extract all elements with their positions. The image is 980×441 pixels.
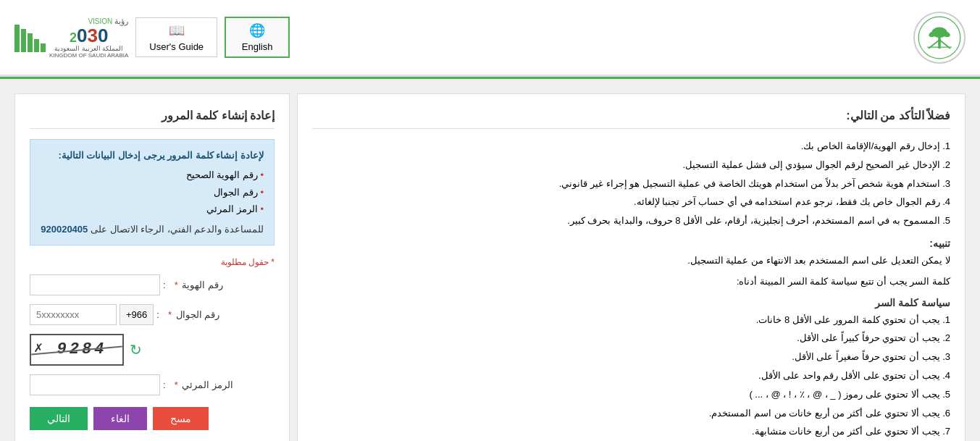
page-title: إعادة إنشاء كلمة المرور bbox=[30, 109, 275, 129]
mobile-number-group: رقم الجوال * : +966 bbox=[30, 304, 275, 325]
captcha-group: ↻ ✗ 9284 bbox=[30, 334, 275, 366]
vision-year: 2030 bbox=[49, 26, 128, 45]
mobile-colon: : bbox=[156, 309, 159, 320]
header-left bbox=[913, 12, 966, 64]
list-item: 4. يجب أن تحتوي على الأقل رقم واحد على ا… bbox=[312, 369, 950, 384]
header: 🌐 English 📖 User's Guide VISION رؤية 203… bbox=[0, 0, 980, 77]
policy-title: سياسة كلمة السر bbox=[312, 297, 950, 308]
list-item: 1. إدخال رقم الهوية/الإقامة الخاص بك. bbox=[312, 139, 950, 154]
warning-title: تنبيه: bbox=[312, 238, 950, 249]
id-colon: : bbox=[163, 280, 166, 290]
english-language-button[interactable]: 🌐 English bbox=[225, 17, 290, 58]
cancel-button[interactable]: الغاء bbox=[93, 407, 147, 430]
info-box: لإعادة إنشاء كلمة المرور يرجى إدخال البي… bbox=[30, 139, 275, 245]
mobile-label: رقم الجوال * bbox=[168, 309, 219, 320]
instructions-title: فضلاً التأكد من التالي: bbox=[312, 109, 950, 129]
info-box-title: لإعادة إنشاء كلمة المرور يرجى إدخال البي… bbox=[41, 147, 264, 164]
vision-2030-logo: VISION رؤية 2030 المملكة العربية السعودي… bbox=[14, 17, 128, 59]
captcha-value: 9284 bbox=[57, 340, 107, 358]
captcha-input[interactable] bbox=[30, 374, 160, 395]
lang-button-label: English bbox=[242, 41, 273, 52]
phone-input-group: +966 bbox=[30, 304, 154, 325]
kingdom-en-label: KINGDOM OF SAUDI ARABIA bbox=[49, 52, 128, 59]
list-item: 6. يجب ألا تحتوي على أكثر من أربع خانات … bbox=[312, 406, 950, 421]
list-item: 2. يجب أن تحتوي حرفاً كبيراً على الأقل. bbox=[312, 331, 950, 346]
clear-button[interactable]: مسح bbox=[153, 407, 209, 430]
id-number-input[interactable] bbox=[30, 274, 160, 295]
captcha-input-group: الرمز المرئي * : bbox=[30, 374, 275, 395]
book-icon: 📖 bbox=[169, 22, 185, 38]
list-item: 5. يجب ألا تحتوي على رموز ( _ ، @ ، ٪ ، … bbox=[312, 387, 950, 403]
main-content: فضلاً التأكد من التالي: 1. إدخال رقم اله… bbox=[0, 79, 980, 441]
policy-list: 1. يجب أن تحتوي كلمة المرور على الأقل 8 … bbox=[312, 313, 950, 440]
list-item: 5. المسموح به في اسم المستخدم، أحرف إنجل… bbox=[312, 214, 950, 229]
support-text: للمساعدة والدعم الفني، الرجاء الاتصال عل… bbox=[41, 221, 264, 238]
users-guide-button[interactable]: 📖 User's Guide bbox=[135, 17, 217, 57]
captcha-x-mark: ✗ bbox=[34, 338, 46, 356]
info-item: رقم الجوال bbox=[41, 184, 264, 201]
form-panel: إعادة إنشاء كلمة المرور لإعادة إنشاء كلم… bbox=[14, 93, 290, 441]
captcha-image: ✗ 9284 bbox=[30, 334, 124, 366]
captcha-required-star: * bbox=[175, 379, 178, 390]
instructions-list: 1. إدخال رقم الهوية/الإقامة الخاص بك. 2.… bbox=[312, 139, 950, 229]
guide-button-label: User's Guide bbox=[149, 41, 204, 52]
captcha-label: الرمز المرئي * bbox=[175, 379, 233, 390]
list-item: 4. رقم الجوال خاص بك فقط، نرجو عدم استخد… bbox=[312, 195, 950, 210]
list-item: 7. يجب ألا تحتوي على أكثر من أربع خانات … bbox=[312, 424, 950, 440]
mobile-required-star: * bbox=[168, 309, 172, 320]
captcha-colon: : bbox=[163, 379, 166, 390]
list-item: 1. يجب أن تحتوي كلمة المرور على الأقل 8 … bbox=[312, 313, 950, 328]
globe-icon: 🌐 bbox=[249, 22, 265, 38]
phone-prefix: +966 bbox=[120, 304, 154, 325]
info-item: رقم الهوية الصحيح bbox=[41, 167, 264, 183]
kingdom-label: المملكة العربية السعودية bbox=[49, 45, 128, 52]
id-label: رقم الهوية * bbox=[175, 280, 223, 290]
required-note: * حقول مطلوبة bbox=[30, 257, 275, 267]
list-item: 2. الإدخال غير الصحيح لرقم الجوال سيؤدي … bbox=[312, 158, 950, 173]
next-button[interactable]: التالي bbox=[30, 407, 88, 430]
mobile-number-input[interactable] bbox=[30, 304, 117, 325]
list-item: 3. استخدام هوية شخص آخر بدلاً من استخدام… bbox=[312, 177, 950, 192]
captcha-refresh-icon[interactable]: ↻ bbox=[130, 341, 142, 358]
vision-bars-icon bbox=[14, 23, 46, 52]
saudi-emblem-logo bbox=[913, 12, 966, 64]
info-items-list: رقم الهوية الصحيح رقم الجوال الرمز المرئ… bbox=[41, 167, 264, 217]
list-item: 3. يجب أن تحتوي حرفاً صغيراً على الأقل. bbox=[312, 350, 950, 365]
info-item: الرمز المرئي bbox=[41, 201, 264, 217]
header-right: 🌐 English 📖 User's Guide VISION رؤية 203… bbox=[14, 17, 290, 59]
warning-text: لا يمكن التعديل على اسم المستخدم بعد الا… bbox=[312, 253, 950, 269]
id-required-star: * bbox=[175, 280, 178, 290]
id-number-group: رقم الهوية * : bbox=[30, 274, 275, 295]
support-phone: 920020405 bbox=[41, 224, 88, 235]
instructions-panel: فضلاً التأكد من التالي: 1. إدخال رقم اله… bbox=[297, 93, 966, 441]
password-policy-intro: كلمة السر يجب أن تتبع سياسة كلمة السر ال… bbox=[312, 274, 950, 290]
action-buttons: التالي الغاء مسح bbox=[30, 407, 275, 430]
